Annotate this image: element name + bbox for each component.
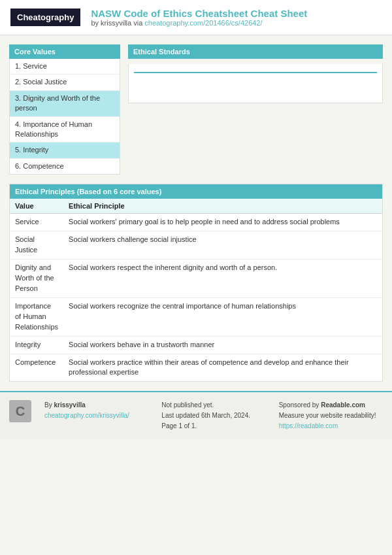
footer-sponsor-desc: Measure your website readability! [279,411,383,421]
header-subtitle: by krissyvilla via cheatography.com/2014… [91,19,307,27]
value-cell: Dignity and Worth of the Person [10,259,63,297]
table-row: Social Justice Social workers challenge … [10,231,382,260]
footer-col-1: By krissyvilla cheatography.com/krissyvi… [44,400,148,421]
principles-header: Ethical Principles (Based on 6 core valu… [10,184,382,199]
footer-logo: C [9,400,31,422]
footer-sponsor-line: Sponsored by Readable.com [279,400,383,411]
footer-sponsor-name: Readable.com [321,401,365,409]
core-values-header: Core Values [9,44,120,59]
header: Cheatography NASW Code of Ethics Cheatsh… [0,0,392,35]
core-value-1: 1. Service [10,59,120,75]
logo[interactable]: Cheatography [10,8,80,26]
principles-section: Ethical Principles (Based on 6 core valu… [9,184,383,382]
core-value-5: 5. Integrity [10,143,120,158]
value-cell: Competence [10,354,63,381]
principles-section-wrapper: Ethical Principles (Based on 6 core valu… [0,184,392,382]
core-values-list: 1. Service 2. Social Justice 3. Dignity … [9,59,120,175]
footer-sponsor-label: Sponsored by [279,401,321,409]
table-row: Importance of Human Relationships Social… [10,297,382,336]
core-value-2: 2. Social Justice [10,75,120,90]
author-name: krissyvilla [101,19,131,27]
footer-username: krissyvilla [54,401,85,409]
cheatsheet-title: NASW Code of Ethics Cheatsheet Cheat She… [91,8,307,19]
footer-logo-letter: C [16,404,25,419]
footer-page: Page 1 of 1. [161,421,265,431]
table-row: Service Social workers' primary goal is … [10,214,382,231]
principle-cell: Social workers behave in a trustworth ma… [63,336,382,354]
main-content: Core Values 1. Service 2. Social Justice… [0,35,392,175]
value-cell: Integrity [10,336,63,354]
footer-by-line: By krissyvilla [44,400,148,411]
header-text: NASW Code of Ethics Cheatsheet Cheat She… [91,8,307,27]
footer-sponsor-url[interactable]: https://readable.com [279,422,338,429]
footer-profile-url[interactable]: cheatography.com/krissyvilla/ [44,412,129,419]
value-cell: Service [10,214,63,231]
cheatsheet-url[interactable]: cheatography.com/201466/cs/42642/ [144,19,262,27]
core-value-4: 4. Importance of Human Relationships [10,117,120,143]
principle-cell: Social workers respect the inherent dign… [63,259,382,297]
subtitle-by: by [91,19,101,27]
principle-cell: Social workers recognize the central imp… [63,297,382,336]
footer-updated: Last updated 6th March, 2024. [161,411,265,421]
principle-cell: Social workers' primary goal is to help … [63,214,382,231]
table-row: Competence Social workers practice withi… [10,354,382,381]
footer-col-2: Not published yet. Last updated 6th Marc… [161,400,265,431]
right-column: Ethical Stndards [128,44,383,175]
principles-table: Value Ethical Principle Service Social w… [10,199,382,381]
value-cell: Importance of Human Relationships [10,297,63,336]
subtitle-via: via [131,19,144,27]
table-row: Integrity Social workers behave in a tru… [10,336,382,354]
footer: C By krissyvilla cheatography.com/krissy… [0,391,392,439]
principle-cell: Social workers challenge social injustic… [63,231,382,260]
col-value-header: Value [10,199,63,214]
col-principle-header: Ethical Principle [63,199,382,214]
footer-by-label: By [44,401,54,409]
core-value-3: 3. Dignity and Worth of the person [10,91,120,117]
footer-published: Not published yet. [161,400,265,411]
ethical-standards-panel [128,64,383,103]
ethical-standards-header: Ethical Stndards [128,44,383,59]
table-row: Dignity and Worth of the Person Social w… [10,259,382,297]
core-value-6: 6. Competence [10,159,120,174]
search-bar-mock [134,64,377,73]
left-column: Core Values 1. Service 2. Social Justice… [9,44,120,175]
principle-cell: Social workers practice within their are… [63,354,382,381]
value-cell: Social Justice [10,231,63,260]
footer-col-3: Sponsored by Readable.com Measure your w… [279,400,383,431]
